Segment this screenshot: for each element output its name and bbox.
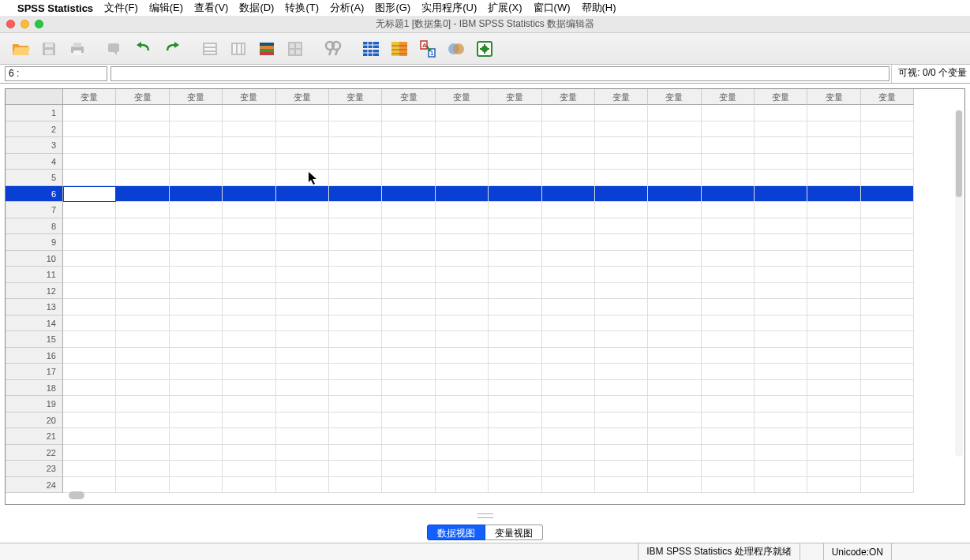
data-cell[interactable] <box>276 154 329 170</box>
data-cell[interactable] <box>276 218 329 235</box>
data-cell[interactable] <box>276 477 329 494</box>
data-cell[interactable] <box>542 121 595 138</box>
data-cell[interactable] <box>223 315 275 332</box>
open-file-button[interactable] <box>8 37 33 61</box>
row-header[interactable]: 13 <box>6 299 63 315</box>
data-cell[interactable] <box>170 234 223 251</box>
data-cell[interactable] <box>382 413 435 429</box>
data-cell[interactable] <box>542 154 595 170</box>
column-header[interactable]: 变量 <box>276 89 329 105</box>
row-header[interactable]: 4 <box>6 154 63 170</box>
data-cell[interactable] <box>170 283 223 300</box>
data-cell[interactable] <box>382 331 435 348</box>
data-cell[interactable] <box>861 283 914 300</box>
data-cell[interactable] <box>276 105 329 121</box>
grid-corner[interactable] <box>6 89 63 105</box>
data-cell[interactable] <box>755 202 807 218</box>
data-cell[interactable] <box>861 315 914 332</box>
data-cell[interactable] <box>755 105 807 121</box>
data-cell[interactable] <box>170 331 223 348</box>
data-cell[interactable] <box>702 186 755 203</box>
data-cell[interactable] <box>648 251 701 267</box>
data-cell[interactable] <box>861 267 914 283</box>
data-cell[interactable] <box>382 234 435 251</box>
data-cell[interactable] <box>276 396 329 413</box>
column-header[interactable]: 变量 <box>861 89 914 105</box>
data-cell[interactable] <box>595 348 648 364</box>
data-cell[interactable] <box>755 315 807 332</box>
data-cell[interactable] <box>223 461 275 477</box>
data-cell[interactable] <box>63 364 116 380</box>
weight-cases-button[interactable] <box>387 37 412 61</box>
data-cell[interactable] <box>702 428 755 445</box>
data-cell[interactable] <box>116 202 169 218</box>
data-cell[interactable] <box>329 218 382 235</box>
data-cell[interactable] <box>329 331 382 348</box>
data-cell[interactable] <box>648 380 701 397</box>
data-cell[interactable] <box>170 121 223 138</box>
data-cell[interactable] <box>542 283 595 300</box>
data-cell[interactable] <box>702 299 755 315</box>
data-cell[interactable] <box>276 315 329 332</box>
data-cell[interactable] <box>223 299 275 315</box>
column-header[interactable]: 变量 <box>542 89 595 105</box>
data-cell[interactable] <box>170 364 223 380</box>
data-cell[interactable] <box>489 283 541 300</box>
data-cell[interactable] <box>648 461 701 477</box>
data-cell[interactable] <box>436 364 489 380</box>
pane-divider[interactable] <box>0 510 970 522</box>
data-cell[interactable] <box>542 251 595 267</box>
data-cell[interactable] <box>861 413 914 429</box>
data-cell[interactable] <box>861 202 914 218</box>
data-cell[interactable] <box>861 331 914 348</box>
data-cell[interactable] <box>329 202 382 218</box>
data-cell[interactable] <box>489 186 541 203</box>
data-cell[interactable] <box>170 251 223 267</box>
data-cell[interactable] <box>489 202 541 218</box>
goto-case-button[interactable] <box>197 37 223 61</box>
data-cell[interactable] <box>223 218 275 235</box>
data-cell[interactable] <box>63 428 116 445</box>
data-cell[interactable] <box>63 121 116 138</box>
data-cell[interactable] <box>861 218 914 235</box>
data-cell[interactable] <box>276 267 329 283</box>
data-cell[interactable] <box>489 364 541 380</box>
row-header[interactable]: 5 <box>6 170 63 186</box>
data-cell[interactable] <box>595 331 648 348</box>
data-cell[interactable] <box>116 137 169 154</box>
data-cell[interactable] <box>702 315 755 332</box>
data-cell[interactable] <box>116 283 169 300</box>
value-labels-button[interactable] <box>444 37 469 61</box>
data-cell[interactable] <box>542 380 595 397</box>
data-cell[interactable] <box>702 218 755 235</box>
data-cell[interactable] <box>702 105 755 121</box>
row-header[interactable]: 19 <box>6 396 63 413</box>
data-cell[interactable] <box>489 137 541 154</box>
data-cell[interactable] <box>595 218 648 235</box>
data-cell[interactable] <box>170 105 223 121</box>
data-cell[interactable] <box>223 413 275 429</box>
data-cell[interactable] <box>382 445 435 461</box>
data-cell[interactable] <box>542 445 595 461</box>
data-cell[interactable] <box>489 105 541 121</box>
tab-data-view[interactable]: 数据视图 <box>427 525 485 540</box>
data-cell[interactable] <box>807 348 860 364</box>
column-header[interactable]: 变量 <box>702 89 755 105</box>
vertical-scrollbar[interactable] <box>955 110 963 457</box>
data-cell[interactable] <box>648 186 701 203</box>
data-cell[interactable] <box>648 299 701 315</box>
data-cell[interactable] <box>276 234 329 251</box>
app-name[interactable]: SPSS Statistics <box>17 2 93 14</box>
recall-dialog-button[interactable] <box>103 37 128 61</box>
data-cell[interactable] <box>807 202 860 218</box>
data-cell[interactable] <box>755 477 807 494</box>
data-cell[interactable] <box>595 137 648 154</box>
data-cell[interactable] <box>170 170 223 186</box>
data-cell[interactable] <box>861 105 914 121</box>
row-header[interactable]: 8 <box>6 218 63 235</box>
data-cell[interactable] <box>861 170 914 186</box>
data-cell[interactable] <box>861 121 914 138</box>
data-cell[interactable] <box>382 267 435 283</box>
data-cell[interactable] <box>63 186 116 203</box>
data-cell[interactable] <box>595 234 648 251</box>
